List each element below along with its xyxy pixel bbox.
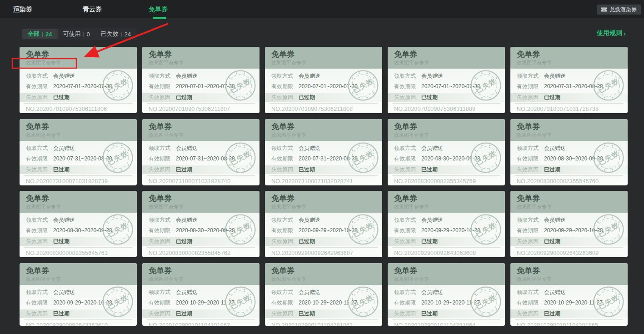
reason-value: 已过期 (421, 238, 438, 245)
reason-value: 已过期 (544, 310, 560, 318)
coupon-card: 免单券 效果图平台专享 领取方式 会员赠送 有效期限 2020-08-30~20… (142, 191, 260, 257)
coupon-card-header: 免单券 效果图平台专享 (142, 263, 260, 285)
filter-expired-count: 24 (125, 31, 131, 38)
reason-label: 失效原因 (517, 238, 539, 245)
active-tab-underline (153, 17, 166, 19)
expired-stamp-icon: 已失效 (592, 213, 625, 246)
coupon-subtitle: 效果图平台专享 (26, 276, 130, 282)
method-value: 会员赠送 (299, 145, 320, 152)
exchange-render-coupon-button[interactable]: 兑换渲染券 (597, 5, 641, 15)
method-value: 会员赠送 (421, 216, 443, 224)
coupon-number: NO.2020083000082355545760 (515, 175, 623, 184)
coupon-card-header: 免单券 效果图平台专享 (142, 47, 260, 69)
expired-stamp-icon: 已失效 (347, 213, 379, 246)
method-value: 会员赠送 (544, 145, 566, 152)
expired-stamp-icon: 已失效 (592, 141, 625, 174)
coupon-subtitle: 效果图平台专享 (394, 60, 499, 66)
coupon-title: 免单券 (149, 122, 253, 132)
coupon-subtitle: 效果图平台专享 (149, 60, 253, 66)
coupon-card: 免单券 效果图平台专享 领取方式 会员赠送 有效期限 2020-08-30~20… (20, 191, 137, 257)
coupon-subtitle: 效果图平台专享 (26, 132, 130, 138)
chevron-right-icon: › (624, 30, 626, 37)
coupon-subtitle: 效果图平台专享 (517, 204, 621, 210)
coupon-card-header: 免单券 效果图平台专享 (142, 191, 260, 213)
method-label: 领取方式 (149, 145, 170, 152)
coupon-grid: 免单券 效果图平台专享 领取方式 会员赠送 有效期限 2020-07-01~20… (20, 47, 628, 329)
filter-divider: | (42, 31, 43, 37)
reason-value: 已过期 (299, 310, 315, 318)
coupon-card-header: 免单券 效果图平台专享 (20, 263, 137, 285)
svg-text:已失效: 已失效 (229, 149, 252, 166)
method-value: 会员赠送 (299, 72, 320, 80)
coupon-number: NO.2020073100071031928740 (147, 175, 255, 184)
validity-label: 有效期限 (517, 83, 539, 90)
reason-label: 失效原因 (394, 166, 416, 174)
coupon-page: 渲染券 青云券 免单券 兑换渲染券 全部 | 24 可使用 | 0 (0, 0, 644, 334)
reason-value: 已过期 (421, 166, 438, 174)
coupon-title: 免单券 (149, 194, 253, 204)
coupon-subtitle: 效果图平台专享 (517, 60, 621, 66)
coupon-title: 免单券 (26, 266, 130, 276)
method-label: 领取方式 (149, 216, 170, 224)
coupon-subtitle: 效果图平台专享 (394, 276, 499, 282)
coupon-number: NO.2020070109075306211807 (147, 103, 255, 112)
reason-value: 已过期 (421, 310, 438, 318)
filter-expired[interactable]: 已失效 | 24 (95, 29, 136, 39)
filter-divider: | (83, 31, 85, 37)
tab-free-coupon[interactable]: 免单券 (149, 5, 168, 14)
expired-stamp-icon: 已失效 (101, 69, 134, 102)
filter-all[interactable]: 全部 | 24 (22, 29, 58, 39)
coupon-number: NO.2020070109075306111806 (24, 103, 132, 112)
svg-text:已失效: 已失效 (352, 293, 375, 310)
svg-text:已失效: 已失效 (352, 77, 375, 94)
coupon-card-header: 免单券 效果图平台专享 (388, 191, 505, 213)
method-value: 会员赠送 (176, 145, 198, 152)
coupon-subtitle: 效果图平台专享 (26, 204, 130, 210)
coupon-card: 免单券 效果图平台专享 领取方式 会员赠送 有效期限 2020-07-31~20… (265, 119, 382, 185)
usage-rules-link[interactable]: 使用规则 › (597, 29, 626, 37)
reason-label: 失效原因 (394, 310, 416, 318)
reason-label: 失效原因 (271, 310, 293, 318)
coupon-title: 免单券 (517, 122, 621, 132)
coupon-card: 免单券 效果图平台专享 领取方式 会员赠送 有效期限 2020-07-01~20… (265, 47, 382, 113)
method-label: 领取方式 (517, 216, 539, 224)
svg-text:已失效: 已失效 (106, 77, 130, 94)
validity-label: 有效期限 (394, 83, 416, 90)
method-value: 会员赠送 (176, 216, 198, 224)
method-label: 领取方式 (394, 216, 416, 224)
method-label: 领取方式 (394, 145, 416, 152)
method-label: 领取方式 (26, 72, 48, 80)
filter-usable[interactable]: 可使用 | 0 (58, 29, 95, 39)
coupon-card-header: 免单券 效果图平台专享 (265, 119, 382, 141)
expired-stamp-icon: 已失效 (469, 285, 502, 318)
coupon-title: 免单券 (394, 194, 499, 204)
tab-qingyun-coupon[interactable]: 青云券 (83, 5, 102, 14)
coupon-title: 免单券 (149, 266, 253, 276)
reason-label: 失效原因 (271, 166, 293, 174)
svg-text:已失效: 已失效 (597, 293, 620, 310)
coupon-number: NO.2020102900101104281864 (392, 319, 500, 326)
coupon-subtitle: 效果图平台专享 (517, 132, 621, 138)
method-value: 会员赠送 (544, 72, 566, 80)
coupon-title: 免单券 (517, 266, 621, 276)
coupon-subtitle: 效果图平台专享 (271, 204, 376, 210)
coupon-number: NO.2020083000082355645761 (24, 247, 132, 256)
coupon-subtitle: 效果图平台专享 (149, 132, 253, 138)
coupon-card: 免单券 效果图平台专享 领取方式 会员赠送 有效期限 2020-09-29~20… (20, 263, 137, 326)
method-label: 领取方式 (271, 145, 293, 152)
coupon-subtitle: 效果图平台专享 (149, 204, 253, 210)
coupon-card: 免单券 效果图平台专享 领取方式 会员赠送 有效期限 2020-09-29~20… (510, 191, 628, 257)
method-label: 领取方式 (26, 145, 48, 152)
coupon-card: 免单券 效果图平台专享 领取方式 会员赠送 有效期限 2020-08-30~20… (388, 119, 505, 185)
tab-render-coupon[interactable]: 渲染券 (13, 5, 32, 14)
coupon-title: 免单券 (26, 122, 130, 132)
validity-label: 有效期限 (394, 155, 416, 162)
validity-label: 有效期限 (271, 83, 293, 90)
coupon-subtitle: 效果图平台专享 (26, 60, 130, 66)
reason-label: 失效原因 (271, 238, 293, 245)
coupon-title: 免单券 (271, 194, 376, 204)
svg-text:已失效: 已失效 (352, 221, 375, 238)
method-label: 领取方式 (394, 72, 416, 80)
expired-stamp-icon: 已失效 (224, 69, 257, 102)
coupon-card: 免单券 效果图平台专享 领取方式 会员赠送 有效期限 2020-07-31~20… (142, 119, 260, 185)
